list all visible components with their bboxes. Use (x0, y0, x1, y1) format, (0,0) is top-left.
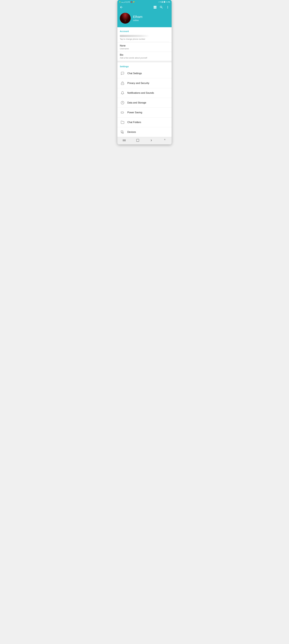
profile-section: Elham online + (117, 11, 172, 27)
devices-label: Devices (127, 131, 136, 134)
status-left: 🔋 ٤٩درصد ||| 4G 🔇 🔑 (119, 1, 135, 3)
profile-info: Elham online (133, 15, 142, 22)
notifications-sounds-icon (120, 90, 125, 96)
privacy-security-icon (120, 80, 125, 86)
dot-icon: • (158, 1, 159, 3)
section-separator (117, 61, 172, 62)
search-button[interactable] (160, 6, 163, 10)
svg-rect-0 (121, 83, 124, 85)
profile-name: Elham (133, 15, 142, 19)
devices-icon (120, 129, 125, 135)
devices-row[interactable]: Devices (117, 127, 172, 137)
photo-icon: 🖼 (164, 1, 165, 3)
svg-rect-2 (121, 112, 123, 113)
power-icon: ⏻ (161, 1, 163, 3)
notifications-sounds-row[interactable]: Notifications and Sounds (117, 88, 172, 98)
data-storage-label: Data and Storage (127, 102, 146, 104)
status-bar: 🔋 ٤٩درصد ||| 4G 🔇 🔑 • ✕ ⏻ 🖼 ۱۱:۴۸ (117, 0, 172, 4)
clock-time: ۱۱:۴۸ (166, 1, 170, 3)
chat-settings-icon (120, 71, 125, 76)
top-toolbar (117, 4, 172, 11)
chat-folders-row[interactable]: Chat Folders (117, 118, 172, 127)
nav-home-button[interactable] (136, 139, 139, 143)
grid-button[interactable] (153, 6, 157, 10)
chat-settings-row[interactable]: Chat Settings (117, 68, 172, 78)
network-type: 4G (128, 1, 130, 3)
mute-icon: 🔇 (131, 1, 132, 3)
chat-folders-icon (120, 120, 125, 125)
twitter-icon: ✕ (159, 1, 161, 3)
bottom-nav (117, 137, 172, 144)
account-section-header: Account (117, 27, 172, 34)
svg-rect-4 (122, 132, 123, 134)
more-options-button[interactable] (166, 6, 169, 10)
data-storage-icon (120, 100, 125, 106)
username-row[interactable]: None Username (117, 42, 172, 52)
back-button[interactable] (120, 6, 123, 10)
data-storage-row[interactable]: Data and Storage (117, 98, 172, 108)
settings-section-header: Settings (117, 62, 172, 68)
bio-hint: Add a few words about yourself (120, 57, 169, 59)
content-area: Account Tap to change phone number None … (117, 27, 172, 137)
nav-menu-button[interactable] (123, 139, 126, 143)
avatar-container (120, 13, 131, 24)
privacy-security-row[interactable]: Privacy and Security (117, 78, 172, 88)
power-saving-label: Power Saving (127, 111, 142, 114)
battery-icon: 🔋 (119, 1, 121, 3)
power-saving-row[interactable]: Power Saving (117, 108, 172, 118)
phone-hint: Tap to change phone number (120, 38, 169, 42)
svg-point-9 (165, 139, 165, 140)
avatar-image (120, 13, 131, 24)
signal-bars: ||| (126, 1, 128, 3)
phone-row[interactable]: Tap to change phone number (117, 34, 172, 42)
phone-screen: 🔋 ٤٩درصد ||| 4G 🔇 🔑 • ✕ ⏻ 🖼 ۱۱:۴۸ (117, 0, 172, 144)
svg-rect-3 (121, 131, 123, 132)
chat-folders-label: Chat Folders (127, 121, 141, 124)
key-icon: 🔑 (133, 1, 135, 3)
svg-rect-5 (123, 140, 123, 142)
username-value: None (120, 44, 169, 47)
profile-status: online (133, 19, 142, 22)
nav-back-button[interactable] (150, 139, 153, 143)
bio-row[interactable]: Bio Add a few words about yourself (117, 52, 172, 61)
status-right: • ✕ ⏻ 🖼 ۱۱:۴۸ (158, 1, 170, 3)
phone-number-masked (120, 35, 149, 37)
power-saving-icon (120, 110, 125, 115)
nav-accessibility-button[interactable] (163, 139, 166, 143)
avatar[interactable] (120, 13, 131, 24)
svg-rect-6 (124, 140, 124, 142)
bio-label: Bio (120, 54, 169, 56)
privacy-security-label: Privacy and Security (127, 82, 149, 84)
chat-settings-label: Chat Settings (127, 72, 142, 75)
username-label: Username (120, 48, 169, 50)
svg-rect-8 (137, 139, 139, 142)
battery-percent: ٤٩درصد (121, 1, 126, 3)
svg-rect-7 (125, 140, 126, 142)
toolbar-right-icons (153, 6, 169, 10)
notifications-sounds-label: Notifications and Sounds (127, 92, 154, 94)
